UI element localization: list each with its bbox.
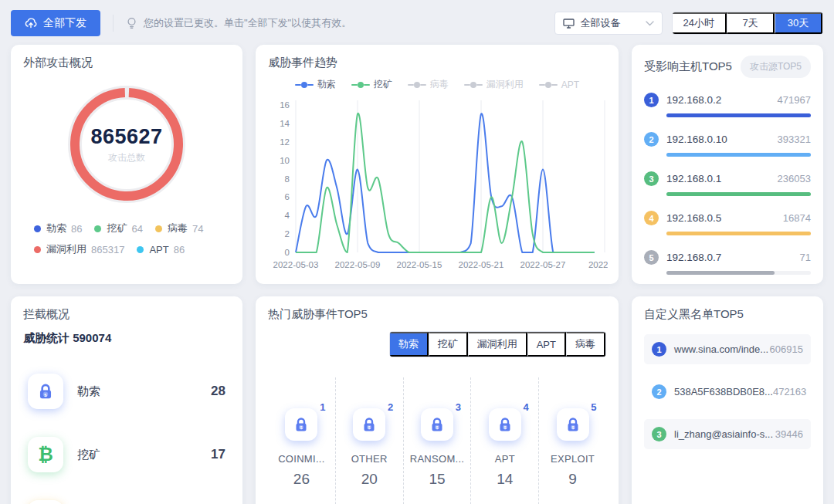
host-value: 471967	[778, 94, 811, 106]
hot-event-item[interactable]: $5EXPLOIT9	[538, 377, 606, 504]
hosts-list: 1192.168.0.24719672192.168.0.10393321319…	[644, 93, 811, 275]
hot-tab-病毒[interactable]: 病毒	[566, 332, 605, 357]
legend-label: 挖矿	[107, 222, 127, 235]
hot-event-item[interactable]: $2OTHER20	[335, 377, 403, 504]
host-line: 5192.168.0.771	[644, 250, 811, 265]
legend-value: 86	[174, 244, 185, 255]
hot-rank: 5	[591, 401, 596, 413]
host-name: 192.168.0.5	[666, 212, 721, 224]
svg-text:10: 10	[280, 156, 290, 165]
host-row[interactable]: 5192.168.0.771	[644, 250, 811, 275]
hot-event-name: EXPLOIT	[551, 453, 595, 465]
trend-legend: 勒索挖矿病毒漏洞利用APT	[268, 78, 606, 91]
legend-value: 86	[71, 223, 82, 235]
dashboard-grid: 外部攻击概况 865627 攻击总数 勒索86挖矿64病毒74漏洞利用86531…	[0, 45, 834, 504]
hot-tab-勒索[interactable]: 勒索	[390, 332, 429, 357]
host-value: 393321	[778, 134, 811, 145]
donut-legend-item-挖矿[interactable]: 挖矿64	[94, 222, 142, 235]
trend-legend-item-漏洞利用[interactable]: 漏洞利用	[464, 78, 524, 91]
host-line: 4192.168.0.516874	[644, 211, 811, 225]
device-select[interactable]: 全部设备	[554, 12, 663, 35]
time-range-24小时[interactable]: 24小时	[673, 12, 727, 34]
lamp-icon	[126, 17, 137, 29]
affected-hosts-title: 受影响主机TOP5	[644, 59, 732, 74]
blacklist-row[interactable]: 2538A5F638BDB0E8...472163	[644, 377, 811, 407]
svg-text:$: $	[503, 425, 506, 430]
legend-label: 漏洞利用	[46, 242, 86, 256]
legend-label: 病毒	[168, 222, 188, 235]
blacklist-name: www.sina.com/inde...	[674, 343, 768, 355]
legend-value: 74	[192, 223, 203, 235]
hot-event-name: COINMI...	[278, 453, 324, 465]
donut-legend-item-APT[interactable]: APT86	[137, 242, 185, 256]
lock-dollar-icon: $	[489, 408, 521, 441]
legend-label: 病毒	[430, 78, 449, 91]
hot-tab-漏洞利用[interactable]: 漏洞利用	[468, 332, 527, 357]
hot-event-item[interactable]: $1COINMI...26	[268, 377, 335, 504]
topbar: 全部下发 您的设置已更改。单击"全部下发"以使其有效。 全部设备 24小时7天3…	[11, 8, 823, 39]
svg-text:12: 12	[280, 137, 290, 147]
attack-donut-chart: 865627 攻击总数	[59, 76, 195, 212]
trend-series-勒索	[296, 113, 595, 252]
blacklist-title: 自定义黑名单TOP5	[644, 307, 811, 322]
donut-legend-item-病毒[interactable]: 病毒74	[155, 222, 203, 235]
bitcoin-icon: ₿	[28, 437, 63, 472]
time-range-30天[interactable]: 30天	[775, 12, 822, 34]
settings-notice: 您的设置已更改。单击"全部下发"以使其有效。	[126, 16, 351, 30]
hot-rank: 3	[456, 401, 461, 413]
legend-label: 挖矿	[374, 78, 392, 91]
hot-tab-挖矿[interactable]: 挖矿	[429, 332, 468, 357]
host-bar-track	[666, 232, 811, 235]
threat-stats-label: 威胁统计	[23, 331, 70, 344]
legend-label: 漏洞利用	[486, 78, 524, 91]
affected-hosts-card: 受影响主机TOP5 攻击源TOP5 1192.168.0.24719672192…	[632, 45, 823, 284]
host-bar-track	[666, 271, 811, 275]
hosts-card-header: 受影响主机TOP5 攻击源TOP5	[644, 56, 811, 78]
host-row[interactable]: 2192.168.0.10393321	[644, 132, 811, 157]
hot-events-tabs: 勒索挖矿漏洞利用APT病毒	[389, 331, 606, 357]
hot-icon-wrap: $1	[285, 408, 317, 441]
hot-event-value: 9	[568, 471, 577, 488]
rank-badge: 3	[644, 171, 659, 186]
deploy-all-button[interactable]: 全部下发	[11, 10, 100, 36]
threat-stats-value: 590074	[73, 331, 111, 344]
hot-events-header: 热门威胁事件TOP5 勒索挖矿漏洞利用APT病毒	[268, 307, 606, 357]
threat-trend-title: 威胁事件趋势	[268, 56, 606, 70]
hot-event-value: 14	[497, 471, 513, 488]
host-row[interactable]: 4192.168.0.516874	[644, 211, 811, 235]
intercept-label: 挖矿	[77, 448, 100, 462]
legend-label: 勒索	[317, 78, 336, 91]
trend-series-挖矿	[296, 113, 595, 252]
legend-value: 64	[131, 223, 142, 235]
host-row[interactable]: 1192.168.0.2471967	[644, 93, 811, 117]
legend-marker	[351, 82, 370, 88]
trend-legend-item-APT[interactable]: APT	[539, 78, 579, 91]
intercept-item: ₿挖矿17	[23, 437, 230, 472]
host-line: 1192.168.0.2471967	[644, 93, 811, 107]
attack-source-tab[interactable]: 攻击源TOP5	[741, 56, 811, 78]
trend-legend-item-勒索[interactable]: 勒索	[295, 78, 336, 91]
trend-legend-item-挖矿[interactable]: 挖矿	[351, 78, 392, 91]
blacklist-name: li_zhang@asiainfo-s...	[674, 428, 773, 440]
hot-event-item[interactable]: $3RANSOM...15	[403, 377, 471, 504]
donut-legend-item-勒索[interactable]: 勒索86	[34, 222, 82, 235]
svg-text:6: 6	[285, 192, 290, 201]
host-bar-track	[666, 113, 811, 117]
blacklist-row[interactable]: 1www.sina.com/inde...606915	[644, 334, 811, 364]
hot-rank: 4	[524, 401, 529, 413]
time-range-7天[interactable]: 7天	[727, 12, 775, 34]
host-row[interactable]: 3192.168.0.1236053	[644, 171, 811, 196]
blacklist-row[interactable]: 3li_zhang@asiainfo-s...39446	[644, 419, 811, 449]
intercept-card: 拦截概况 威胁统计 590074 $勒索28₿挖矿17	[11, 296, 242, 504]
intercept-list: $勒索28₿挖矿17	[23, 374, 230, 504]
lock-dollar-icon: $	[285, 408, 317, 441]
device-select-value: 全部设备	[581, 16, 621, 30]
trend-line-chart: 2022-05-032022-05-092022-05-152022-05-21…	[268, 94, 608, 279]
hot-tab-APT[interactable]: APT	[527, 332, 566, 357]
blacklist-value: 472163	[773, 386, 806, 397]
hot-event-item[interactable]: $4APT14	[470, 377, 538, 504]
intercept-value: 17	[211, 447, 225, 462]
trend-legend-item-病毒[interactable]: 病毒	[408, 78, 449, 91]
cloud-upload-icon	[25, 18, 37, 29]
donut-legend-item-漏洞利用[interactable]: 漏洞利用865317	[34, 242, 124, 256]
